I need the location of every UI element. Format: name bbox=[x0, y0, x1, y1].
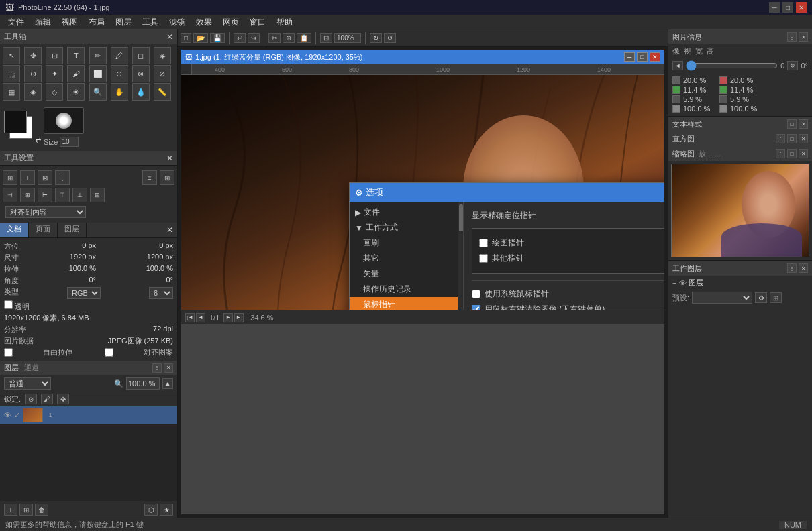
thumbnail-close[interactable]: ✕ bbox=[799, 149, 808, 158]
info-panel-menu[interactable]: ⋮ bbox=[787, 32, 797, 42]
tree-cursor[interactable]: 鼠标指针 bbox=[350, 297, 463, 310]
maximize-button[interactable]: □ bbox=[782, 2, 793, 13]
menu-effects[interactable]: 效果 bbox=[191, 15, 217, 30]
layer-eye-icon[interactable]: 👁 bbox=[4, 411, 11, 419]
align-mode-select[interactable]: 对齐到内容 bbox=[5, 206, 86, 218]
canvas-minimize-btn[interactable]: ─ bbox=[624, 52, 635, 62]
brush-size-input[interactable] bbox=[60, 137, 79, 147]
checkbox-draw[interactable] bbox=[479, 239, 488, 247]
preset-grid-btn[interactable]: ⊞ bbox=[770, 292, 782, 303]
settings-btn5[interactable]: ≡ bbox=[142, 170, 157, 185]
zoom-input[interactable] bbox=[334, 33, 361, 43]
menu-view[interactable]: 视图 bbox=[56, 15, 83, 30]
tool-eraser[interactable]: ⬜ bbox=[89, 65, 107, 82]
menu-tools[interactable]: 工具 bbox=[137, 15, 164, 30]
thumbnail-restore[interactable]: □ bbox=[787, 149, 797, 158]
tool-dodge[interactable]: ☀ bbox=[67, 83, 85, 101]
menu-window[interactable]: 窗口 bbox=[244, 15, 271, 30]
toolbar-rotate-cw[interactable]: ↻ bbox=[370, 33, 382, 43]
settings-btn4[interactable]: ⋮ bbox=[55, 170, 70, 185]
toolbar-save[interactable]: 💾 bbox=[210, 33, 225, 43]
toolbar-undo[interactable]: ↩ bbox=[234, 33, 246, 43]
canvas-prev-page[interactable]: ◄ bbox=[196, 313, 205, 322]
tree-history[interactable]: 操作历史记录 bbox=[350, 282, 463, 297]
info-panel-close[interactable]: ✕ bbox=[799, 32, 808, 42]
fg-color-swatch[interactable] bbox=[4, 111, 27, 133]
tab-page[interactable]: 页面 bbox=[29, 223, 58, 237]
menu-file[interactable]: 文件 bbox=[3, 15, 30, 30]
blend-mode-select[interactable]: 普通 bbox=[4, 377, 51, 390]
histogram-close[interactable]: ✕ bbox=[799, 134, 808, 143]
align-btn5[interactable]: ⊥ bbox=[72, 188, 87, 202]
align-btn1[interactable]: ⊣ bbox=[3, 188, 17, 202]
menu-layout[interactable]: 布局 bbox=[83, 15, 110, 30]
lock-transparent-btn[interactable]: ⊘ bbox=[25, 394, 37, 404]
tool-clone[interactable]: ⊕ bbox=[111, 65, 128, 82]
tool-gradient[interactable]: ▦ bbox=[3, 83, 20, 101]
tool-zoom[interactable]: 🔍 bbox=[89, 83, 107, 101]
menu-filter[interactable]: 滤镜 bbox=[164, 15, 191, 30]
layer-add-btn[interactable]: + bbox=[4, 504, 17, 516]
canvas-first-page[interactable]: |◄ bbox=[185, 313, 195, 322]
layer-group-btn[interactable]: ⊞ bbox=[19, 504, 33, 516]
tree-brush[interactable]: 画刷 bbox=[350, 235, 463, 251]
toolbar-cut[interactable]: ✂ bbox=[268, 33, 281, 43]
toolbar-paste[interactable]: 📋 bbox=[297, 33, 311, 43]
canvas-restore-btn[interactable]: □ bbox=[637, 52, 648, 62]
tool-path[interactable]: ✏ bbox=[89, 47, 107, 64]
nav-h-slider[interactable] bbox=[686, 60, 778, 71]
tool-sharpen[interactable]: ◇ bbox=[46, 83, 63, 101]
type-select[interactable]: RGB bbox=[67, 287, 101, 299]
toolbox-close[interactable]: ✕ bbox=[166, 32, 173, 42]
histogram-menu[interactable]: ⋮ bbox=[776, 134, 785, 143]
thumbnail-menu[interactable]: ⋮ bbox=[776, 149, 785, 158]
freestretch-checkbox[interactable] bbox=[4, 347, 13, 357]
histogram-restore[interactable]: □ bbox=[787, 134, 797, 143]
align-btn2[interactable]: ⊞ bbox=[20, 188, 35, 202]
tool-settings-close[interactable]: ✕ bbox=[166, 154, 173, 163]
nav-angle-btn[interactable]: ↻ bbox=[787, 61, 798, 70]
work-layers-close[interactable]: ✕ bbox=[799, 263, 808, 273]
tool-crop[interactable]: ⊡ bbox=[46, 47, 63, 64]
layer-delete-btn[interactable]: 🗑 bbox=[35, 504, 48, 516]
tool-pen[interactable]: 🖊 bbox=[111, 47, 128, 64]
thumbnail-zoom2[interactable]: ... bbox=[715, 150, 721, 158]
layer-panel-close[interactable]: ✕ bbox=[164, 363, 173, 373]
menu-web[interactable]: 网页 bbox=[217, 15, 244, 30]
settings-btn1[interactable]: ⊞ bbox=[3, 170, 17, 185]
align-btn3[interactable]: ⊢ bbox=[38, 188, 52, 202]
tool-fill[interactable]: ◈ bbox=[24, 83, 42, 101]
bits-select[interactable]: 8 位 bbox=[149, 287, 173, 299]
canvas-last-page[interactable]: ►| bbox=[234, 313, 244, 322]
text-style-close[interactable]: ✕ bbox=[799, 119, 808, 129]
settings-btn6[interactable]: ⊞ bbox=[160, 170, 174, 185]
layer-item-bg[interactable]: 👁 ✓ 1 bbox=[0, 406, 177, 424]
tool-hand[interactable]: ✋ bbox=[111, 83, 128, 101]
tool-select[interactable]: ↖ bbox=[3, 47, 20, 64]
tool-text[interactable]: T bbox=[67, 47, 85, 64]
canvas-close-btn[interactable]: ✕ bbox=[650, 52, 660, 62]
align-btn6[interactable]: ⊞ bbox=[90, 188, 105, 202]
preset-select[interactable] bbox=[692, 292, 752, 304]
tool-lasso[interactable]: ⊙ bbox=[24, 65, 42, 82]
tab-document[interactable]: 文档 bbox=[0, 223, 29, 237]
checkbox-system[interactable] bbox=[472, 290, 480, 298]
tool-eyedrop[interactable]: 💧 bbox=[132, 83, 150, 101]
toolbar-open[interactable]: 📂 bbox=[193, 33, 208, 43]
tool-select2[interactable]: ⬚ bbox=[3, 65, 20, 82]
swap-colors-btn[interactable]: ⇄ bbox=[36, 137, 41, 144]
layer-menu-icon[interactable]: ⋮ bbox=[152, 363, 162, 373]
tree-scrollbar-thumb[interactable] bbox=[459, 204, 463, 231]
toolbar-copy[interactable]: ⊕ bbox=[283, 33, 295, 43]
transparent-checkbox[interactable] bbox=[4, 300, 13, 309]
menu-help[interactable]: 帮助 bbox=[271, 15, 298, 30]
checkbox-rmb[interactable] bbox=[472, 305, 480, 310]
toolbar-redo[interactable]: ↪ bbox=[248, 33, 260, 43]
layer-tab-label[interactable]: 图层 bbox=[4, 363, 19, 373]
channel-tab-label[interactable]: 通道 bbox=[24, 363, 39, 373]
doc-tabs-close[interactable]: ✕ bbox=[162, 223, 177, 237]
tool-measure[interactable]: 📏 bbox=[154, 83, 171, 101]
text-style-restore[interactable]: □ bbox=[787, 119, 797, 129]
aligngrid-checkbox[interactable] bbox=[105, 347, 113, 357]
checkbox-other[interactable] bbox=[479, 254, 488, 263]
